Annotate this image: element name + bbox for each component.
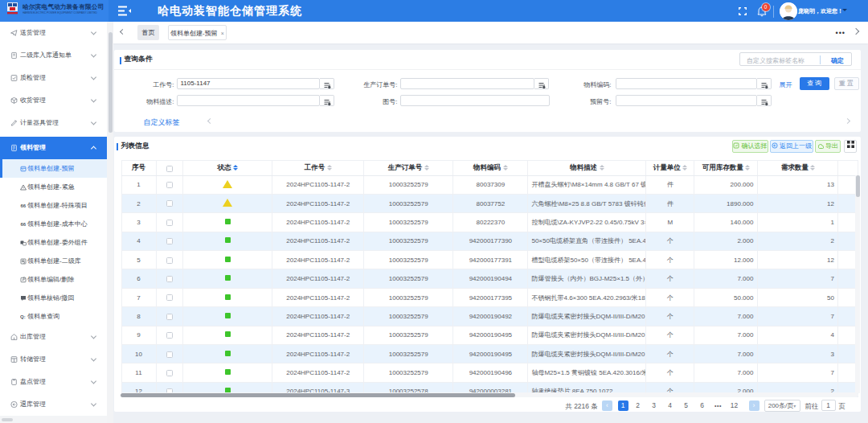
svg-text:Q:: Q:	[20, 314, 26, 319]
svg-text:66: 66	[21, 203, 27, 208]
svg-text:66: 66	[21, 222, 27, 227]
